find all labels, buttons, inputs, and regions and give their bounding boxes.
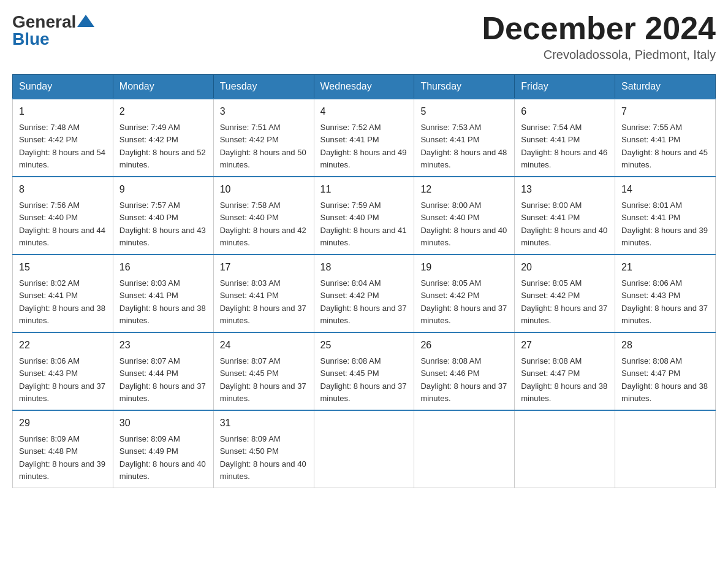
day-number: 5 [420,104,508,119]
day-info: Sunrise: 7:56 AMSunset: 4:40 PMDaylight:… [19,201,105,247]
day-info: Sunrise: 8:01 AMSunset: 4:41 PMDaylight:… [621,201,708,247]
day-number: 14 [621,182,709,197]
day-number: 13 [521,182,609,197]
location: Crevoladossola, Piedmont, Italy [482,48,716,62]
day-info: Sunrise: 7:48 AMSunset: 4:42 PMDaylight:… [19,123,105,169]
day-number: 23 [119,338,207,353]
day-number: 27 [521,338,609,353]
day-number: 15 [19,260,107,275]
day-number: 31 [220,416,308,431]
column-header-saturday: Saturday [615,75,716,99]
day-number: 4 [320,104,408,119]
day-info: Sunrise: 7:58 AMSunset: 4:40 PMDaylight:… [220,201,306,247]
calendar-cell: 18Sunrise: 8:04 AMSunset: 4:42 PMDayligh… [314,255,414,332]
day-number: 1 [19,104,107,119]
day-number: 11 [320,182,408,197]
calendar-cell: 6Sunrise: 7:54 AMSunset: 4:41 PMDaylight… [515,99,615,177]
day-info: Sunrise: 7:51 AMSunset: 4:42 PMDaylight:… [220,123,306,169]
calendar-cell: 15Sunrise: 8:02 AMSunset: 4:41 PMDayligh… [13,255,113,332]
calendar-cell: 22Sunrise: 8:06 AMSunset: 4:43 PMDayligh… [13,332,113,410]
day-info: Sunrise: 8:04 AMSunset: 4:42 PMDaylight:… [320,278,407,325]
calendar-cell: 7Sunrise: 7:55 AMSunset: 4:41 PMDaylight… [615,99,716,177]
calendar-cell: 29Sunrise: 8:09 AMSunset: 4:48 PMDayligh… [13,410,113,488]
day-info: Sunrise: 8:03 AMSunset: 4:41 PMDaylight:… [119,278,206,325]
day-info: Sunrise: 8:05 AMSunset: 4:42 PMDaylight:… [521,278,607,325]
day-number: 24 [220,338,308,353]
day-number: 2 [119,104,207,119]
day-info: Sunrise: 8:08 AMSunset: 4:45 PMDaylight:… [320,356,407,403]
day-number: 21 [621,260,709,275]
day-number: 8 [19,182,107,197]
calendar-cell: 14Sunrise: 8:01 AMSunset: 4:41 PMDayligh… [615,177,716,255]
day-info: Sunrise: 7:53 AMSunset: 4:41 PMDaylight:… [420,123,507,169]
logo-blue-text: Blue [12,29,50,49]
calendar-cell [515,410,615,488]
day-info: Sunrise: 8:09 AMSunset: 4:48 PMDaylight:… [19,434,105,481]
calendar-header-row: SundayMondayTuesdayWednesdayThursdayFrid… [13,75,716,99]
day-info: Sunrise: 7:59 AMSunset: 4:40 PMDaylight:… [320,201,407,247]
calendar-cell: 3Sunrise: 7:51 AMSunset: 4:42 PMDaylight… [213,99,314,177]
day-number: 17 [220,260,308,275]
calendar-week-row: 29Sunrise: 8:09 AMSunset: 4:48 PMDayligh… [13,410,716,488]
column-header-friday: Friday [515,75,615,99]
calendar-cell [314,410,414,488]
day-info: Sunrise: 7:55 AMSunset: 4:41 PMDaylight:… [621,123,708,169]
day-number: 30 [119,416,207,431]
title-section: December 2024 Crevoladossola, Piedmont, … [482,12,716,62]
day-number: 18 [320,260,408,275]
day-number: 19 [420,260,508,275]
calendar-cell [414,410,515,488]
calendar-cell: 12Sunrise: 8:00 AMSunset: 4:40 PMDayligh… [414,177,515,255]
calendar-cell: 24Sunrise: 8:07 AMSunset: 4:45 PMDayligh… [213,332,314,410]
calendar-week-row: 8Sunrise: 7:56 AMSunset: 4:40 PMDaylight… [13,177,716,255]
day-info: Sunrise: 8:06 AMSunset: 4:43 PMDaylight:… [19,356,105,403]
calendar-cell: 23Sunrise: 8:07 AMSunset: 4:44 PMDayligh… [113,332,213,410]
day-info: Sunrise: 8:09 AMSunset: 4:49 PMDaylight:… [119,434,206,481]
day-number: 29 [19,416,107,431]
day-number: 6 [521,104,609,119]
day-number: 26 [420,338,508,353]
month-title: December 2024 [482,12,716,44]
calendar-cell: 16Sunrise: 8:03 AMSunset: 4:41 PMDayligh… [113,255,213,332]
day-number: 28 [621,338,709,353]
day-number: 9 [119,182,207,197]
day-number: 10 [220,182,308,197]
day-info: Sunrise: 8:09 AMSunset: 4:50 PMDaylight:… [220,434,306,481]
column-header-thursday: Thursday [414,75,515,99]
calendar-week-row: 1Sunrise: 7:48 AMSunset: 4:42 PMDaylight… [13,99,716,177]
calendar-week-row: 22Sunrise: 8:06 AMSunset: 4:43 PMDayligh… [13,332,716,410]
calendar-cell: 19Sunrise: 8:05 AMSunset: 4:42 PMDayligh… [414,255,515,332]
day-info: Sunrise: 7:49 AMSunset: 4:42 PMDaylight:… [119,123,206,169]
calendar-cell: 2Sunrise: 7:49 AMSunset: 4:42 PMDaylight… [113,99,213,177]
day-number: 20 [521,260,609,275]
calendar-cell: 21Sunrise: 8:06 AMSunset: 4:43 PMDayligh… [615,255,716,332]
day-number: 22 [19,338,107,353]
day-info: Sunrise: 8:08 AMSunset: 4:47 PMDaylight:… [621,356,708,403]
calendar-cell: 25Sunrise: 8:08 AMSunset: 4:45 PMDayligh… [314,332,414,410]
calendar-cell [615,410,716,488]
calendar-cell: 11Sunrise: 7:59 AMSunset: 4:40 PMDayligh… [314,177,414,255]
calendar-cell: 1Sunrise: 7:48 AMSunset: 4:42 PMDaylight… [13,99,113,177]
calendar-cell: 17Sunrise: 8:03 AMSunset: 4:41 PMDayligh… [213,255,314,332]
calendar-week-row: 15Sunrise: 8:02 AMSunset: 4:41 PMDayligh… [13,255,716,332]
day-info: Sunrise: 8:05 AMSunset: 4:42 PMDaylight:… [420,278,507,325]
calendar-cell: 9Sunrise: 7:57 AMSunset: 4:40 PMDaylight… [113,177,213,255]
day-info: Sunrise: 7:52 AMSunset: 4:41 PMDaylight:… [320,123,407,169]
calendar-cell: 4Sunrise: 7:52 AMSunset: 4:41 PMDaylight… [314,99,414,177]
calendar-cell: 5Sunrise: 7:53 AMSunset: 4:41 PMDaylight… [414,99,515,177]
day-info: Sunrise: 7:54 AMSunset: 4:41 PMDaylight:… [521,123,607,169]
day-number: 12 [420,182,508,197]
column-header-monday: Monday [113,75,213,99]
calendar-cell: 8Sunrise: 7:56 AMSunset: 4:40 PMDaylight… [13,177,113,255]
page-header: General Blue December 2024 Crevoladossol… [12,12,716,62]
day-info: Sunrise: 8:03 AMSunset: 4:41 PMDaylight:… [220,278,306,325]
calendar-cell: 27Sunrise: 8:08 AMSunset: 4:47 PMDayligh… [515,332,615,410]
day-info: Sunrise: 7:57 AMSunset: 4:40 PMDaylight:… [119,201,206,247]
day-number: 25 [320,338,408,353]
calendar-cell: 30Sunrise: 8:09 AMSunset: 4:49 PMDayligh… [113,410,213,488]
day-info: Sunrise: 8:07 AMSunset: 4:45 PMDaylight:… [220,356,306,403]
day-info: Sunrise: 8:08 AMSunset: 4:46 PMDaylight:… [420,356,507,403]
day-number: 16 [119,260,207,275]
day-info: Sunrise: 8:02 AMSunset: 4:41 PMDaylight:… [19,278,105,325]
calendar-cell: 26Sunrise: 8:08 AMSunset: 4:46 PMDayligh… [414,332,515,410]
